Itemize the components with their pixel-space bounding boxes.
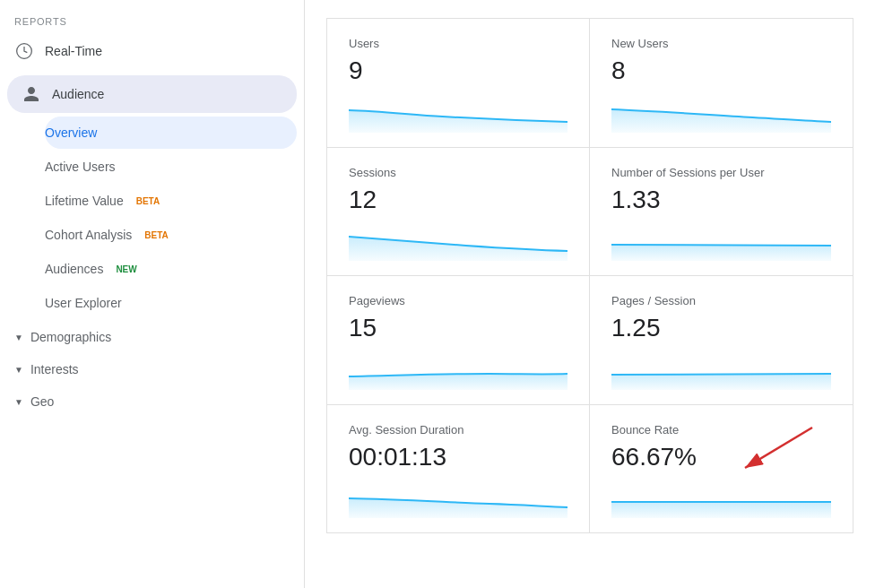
metric-pageviews: Pageviews 15 xyxy=(327,276,590,405)
active-users-label: Active Users xyxy=(45,160,116,174)
geo-label: Geo xyxy=(30,394,54,409)
sidebar-item-geo[interactable]: ▼ Geo xyxy=(0,385,304,418)
pageviews-label: Pageviews xyxy=(349,294,567,307)
pages-per-session-sparkline xyxy=(611,354,831,390)
cohort-analysis-label: Cohort Analysis xyxy=(45,228,132,242)
pages-per-session-value: 1.25 xyxy=(611,313,831,343)
interests-label: Interests xyxy=(30,362,79,376)
avg-session-duration-label: Avg. Session Duration xyxy=(349,423,567,437)
main-content: Users 9 New Users 8 xyxy=(305,0,875,588)
chevron-demographics-icon: ▼ xyxy=(14,333,23,342)
pages-per-session-label: Pages / Session xyxy=(611,294,831,307)
metric-sessions: Sessions 12 xyxy=(327,148,590,277)
sidebar-item-demographics[interactable]: ▼ Demographics xyxy=(0,321,304,353)
metric-new-users: New Users 8 xyxy=(590,19,853,148)
sidebar-item-audiences[interactable]: Audiences NEW xyxy=(45,253,297,285)
metric-sessions-per-user: Number of Sessions per User 1.33 xyxy=(590,148,853,277)
new-users-value: 8 xyxy=(611,56,831,86)
lifetime-value-badge: BETA xyxy=(133,195,163,207)
bounce-rate-label: Bounce Rate xyxy=(611,423,831,437)
metric-avg-session-duration: Avg. Session Duration 00:01:13 xyxy=(327,405,590,533)
sessions-value: 12 xyxy=(349,185,567,215)
sidebar-item-overview[interactable]: Overview xyxy=(45,117,297,149)
sidebar-item-cohort-analysis[interactable]: Cohort Analysis BETA xyxy=(45,219,297,251)
sessions-per-user-sparkline xyxy=(611,225,831,261)
chevron-geo-icon: ▼ xyxy=(14,397,23,407)
cohort-analysis-badge: BETA xyxy=(141,229,171,241)
sidebar-item-interests[interactable]: ▼ Interests xyxy=(0,353,304,385)
chevron-interests-icon: ▼ xyxy=(14,365,23,375)
person-icon xyxy=(22,84,41,104)
demographics-label: Demographics xyxy=(30,330,111,344)
metric-users: Users 9 xyxy=(327,19,590,148)
avg-session-duration-value: 00:01:13 xyxy=(349,442,567,472)
sessions-per-user-value: 1.33 xyxy=(611,185,831,215)
sidebar-item-realtime[interactable]: Real-Time xyxy=(0,30,304,72)
metric-bounce-rate: Bounce Rate 66.67% xyxy=(590,405,853,533)
audiences-label: Audiences xyxy=(45,262,103,276)
sidebar-item-active-users[interactable]: Active Users xyxy=(45,151,297,183)
metric-pages-per-session: Pages / Session 1.25 xyxy=(590,276,853,405)
sessions-label: Sessions xyxy=(349,166,567,179)
users-sparkline xyxy=(349,97,567,133)
sidebar-audience-label: Audience xyxy=(52,87,104,101)
bounce-rate-value: 66.67% xyxy=(611,442,831,472)
new-users-label: New Users xyxy=(611,37,831,50)
sidebar-realtime-label: Real-Time xyxy=(45,44,102,58)
clock-icon xyxy=(14,41,34,61)
pageviews-value: 15 xyxy=(349,313,567,343)
avg-session-duration-sparkline xyxy=(349,482,567,518)
users-value: 9 xyxy=(349,56,567,86)
sidebar-item-lifetime-value[interactable]: Lifetime Value BETA xyxy=(45,185,297,217)
pageviews-sparkline xyxy=(349,354,567,390)
sidebar-item-user-explorer[interactable]: User Explorer xyxy=(45,287,297,319)
sidebar: REPORTS Real-Time Audience Overview Acti… xyxy=(0,0,305,588)
lifetime-value-label: Lifetime Value xyxy=(45,194,124,208)
overview-label: Overview xyxy=(45,125,97,140)
users-label: Users xyxy=(349,37,567,50)
metrics-grid: Users 9 New Users 8 xyxy=(326,18,853,533)
reports-section-label: REPORTS xyxy=(0,9,304,30)
user-explorer-label: User Explorer xyxy=(45,296,122,310)
new-users-sparkline xyxy=(611,97,831,133)
sessions-per-user-label: Number of Sessions per User xyxy=(611,166,831,179)
audience-submenu: Overview Active Users Lifetime Value BET… xyxy=(0,117,304,319)
bounce-rate-sparkline xyxy=(611,482,831,518)
sidebar-item-audience[interactable]: Audience xyxy=(7,75,297,113)
audiences-badge: NEW xyxy=(112,264,140,275)
sessions-sparkline xyxy=(349,225,567,261)
